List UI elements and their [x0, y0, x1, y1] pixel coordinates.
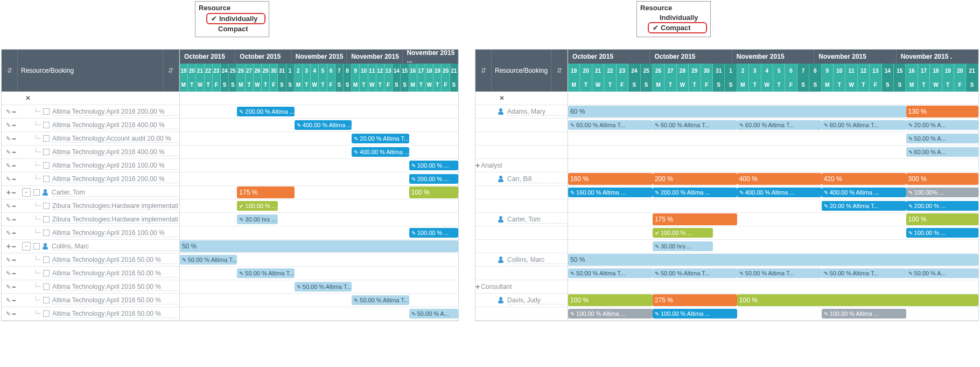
dots-icon[interactable] — [12, 257, 15, 263]
dots-icon[interactable] — [12, 270, 15, 276]
pencil-icon[interactable] — [6, 230, 11, 237]
row-label[interactable]: Altima Technology:April 2016 50.00 % — [52, 283, 178, 291]
plus-icon[interactable] — [6, 188, 11, 197]
checkbox[interactable] — [43, 176, 50, 182]
checkbox[interactable] — [43, 230, 50, 236]
day-number[interactable]: 6 — [327, 64, 335, 78]
close-icon[interactable] — [25, 94, 31, 102]
gantt-bar[interactable]: 200.00 % Altima ... — [237, 107, 294, 116]
gantt-bar[interactable]: 160 % — [568, 173, 653, 185]
day-number[interactable]: 3 — [749, 64, 761, 78]
gantt-bar[interactable]: 50 % — [568, 254, 978, 266]
gantt-bar[interactable]: 60.00 % Altima T... — [568, 120, 653, 130]
gantt-bar[interactable]: 30.00 hrs ... — [653, 241, 713, 251]
gantt-bar[interactable]: 60.00 % Altima T... — [822, 120, 906, 130]
pencil-icon[interactable] — [6, 176, 11, 183]
day-number[interactable]: 17 — [417, 64, 425, 78]
day-number[interactable]: 20 — [188, 64, 196, 78]
day-number[interactable]: 29 — [262, 64, 270, 78]
day-number[interactable]: 11 — [845, 64, 857, 78]
day-number[interactable]: 31 — [278, 64, 286, 78]
day-number[interactable]: 17 — [918, 64, 930, 78]
day-number[interactable]: 19 — [568, 64, 580, 78]
day-number[interactable]: 30 — [701, 64, 713, 78]
month-header[interactable]: October 2015 — [180, 50, 235, 64]
month-header[interactable]: November 2015 — [347, 50, 402, 64]
day-number[interactable]: 20 — [580, 64, 592, 78]
day-number[interactable]: 19 — [180, 64, 188, 78]
month-header[interactable]: November 2015 — [814, 50, 896, 64]
day-number[interactable]: 10 — [360, 64, 368, 78]
gantt-bar[interactable]: 400.00 % Altima ... — [822, 188, 906, 197]
row-label[interactable]: Zibura Technologies:Hardware implementat… — [52, 202, 178, 210]
row-label-person[interactable]: Collins, Marc — [507, 256, 566, 264]
gantt-bar[interactable]: 200.00 % ... — [906, 201, 978, 211]
gantt-bar[interactable]: 100 % — [737, 294, 978, 306]
checkbox[interactable] — [33, 189, 40, 196]
pencil-icon[interactable] — [6, 310, 11, 317]
row-label-person[interactable]: Carter, Tom — [507, 216, 566, 224]
day-number[interactable]: 1 — [725, 64, 737, 78]
day-number[interactable]: 16 — [409, 64, 417, 78]
close-icon[interactable] — [499, 94, 505, 102]
day-number[interactable]: 30 — [270, 64, 278, 78]
resource-option-compact[interactable]: Compact — [206, 24, 265, 33]
gantt-bar[interactable]: 60 % — [568, 106, 906, 117]
resource-option-individually[interactable]: ✔Individually — [206, 13, 265, 24]
day-number[interactable]: 25 — [641, 64, 653, 78]
day-number[interactable]: 28 — [254, 64, 262, 78]
gantt-bar[interactable]: 50.00 % Altima T... — [180, 255, 237, 265]
row-label-group[interactable]: Analyst — [481, 162, 502, 169]
day-number[interactable]: 21 — [450, 64, 458, 78]
day-number[interactable]: 25 — [229, 64, 237, 78]
day-number[interactable]: 16 — [906, 64, 918, 78]
gantt-bar[interactable]: 200 % — [653, 173, 737, 185]
dots-icon[interactable] — [12, 243, 15, 250]
sort-handle[interactable] — [2, 50, 18, 91]
day-number[interactable]: 8 — [344, 64, 352, 78]
gantt-bar[interactable]: 100 % — [409, 186, 458, 198]
row-label[interactable]: Altima Technology:April 2016 400.00 % — [52, 121, 178, 129]
gantt-bar[interactable]: 200.00 % Altima ... — [653, 188, 737, 197]
pencil-icon[interactable] — [6, 283, 11, 290]
day-number[interactable]: 12 — [858, 64, 870, 78]
checkbox[interactable] — [43, 149, 50, 155]
dots-icon[interactable] — [12, 108, 15, 115]
checkbox[interactable] — [43, 310, 50, 317]
pencil-icon[interactable] — [6, 108, 11, 115]
sort-handle[interactable] — [475, 50, 492, 91]
gantt-bar[interactable]: 50.00 % Altima T... — [237, 268, 294, 278]
day-number[interactable]: 2 — [295, 64, 303, 78]
pencil-icon[interactable] — [6, 203, 11, 210]
gantt-bar[interactable]: 100.00 % Altima ... — [822, 309, 906, 318]
day-number[interactable]: 29 — [689, 64, 701, 78]
checkbox[interactable] — [43, 216, 50, 223]
gantt-bar[interactable]: 100.00 % ... — [906, 228, 978, 238]
row-label[interactable]: Zibura Technologies:Hardware implementat… — [52, 216, 178, 224]
day-number[interactable]: 18 — [425, 64, 433, 78]
gantt-bar[interactable]: 160.00 % Altima ... — [568, 188, 653, 197]
gantt-bar[interactable]: 50.00 % A... — [409, 309, 458, 318]
gantt-bar[interactable]: 60.00 % Altima T... — [737, 120, 822, 130]
gantt-bar[interactable]: 60.00 % A... — [906, 147, 978, 157]
checkbox[interactable] — [43, 203, 50, 209]
gantt-bar[interactable]: 100 % — [568, 294, 653, 306]
month-header[interactable]: November 2015 ... — [403, 50, 458, 64]
day-number[interactable]: 4 — [761, 64, 773, 78]
day-number[interactable]: 2 — [737, 64, 749, 78]
gantt-bar[interactable]: 275 % — [653, 294, 737, 306]
day-number[interactable]: 4 — [311, 64, 319, 78]
month-header[interactable]: November 2015 — [291, 50, 347, 64]
gantt-bar[interactable]: 20.00 % Altima T... — [352, 134, 409, 143]
gantt-bar[interactable]: 100.00 % ... — [237, 201, 278, 211]
day-number[interactable]: 7 — [335, 64, 344, 78]
row-label[interactable]: Altima Technology:April 2016 100.00 % — [52, 229, 178, 237]
day-number[interactable]: 1 — [286, 64, 295, 78]
pencil-icon[interactable] — [6, 135, 11, 142]
gantt-bar[interactable]: 50.00 % Altima T... — [653, 268, 737, 278]
dots-icon[interactable] — [12, 135, 15, 142]
gantt-bar[interactable]: 60.00 % Altima T... — [653, 120, 737, 130]
dots-icon[interactable] — [12, 283, 15, 290]
day-number[interactable]: 20 — [442, 64, 450, 78]
day-number[interactable]: 15 — [894, 64, 906, 78]
